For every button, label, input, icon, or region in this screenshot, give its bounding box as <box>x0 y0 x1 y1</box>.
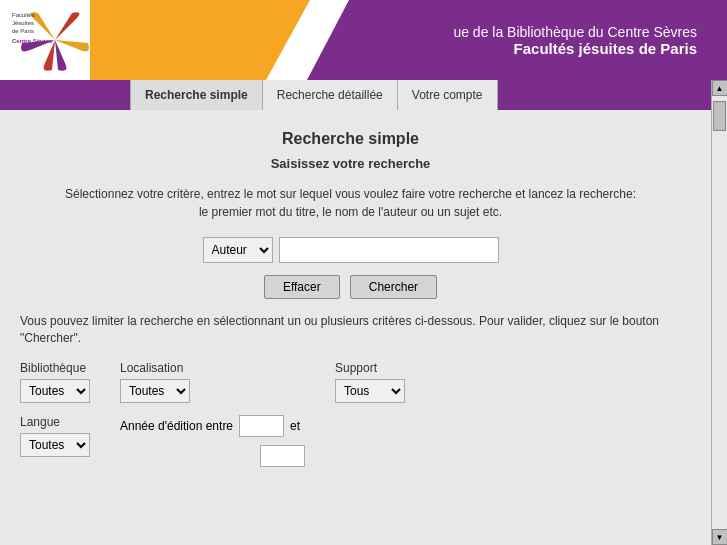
langue-select-wrapper: Toutes <box>20 433 90 457</box>
localisation-label: Localisation <box>120 361 305 375</box>
support-select[interactable]: Tous <box>335 379 405 403</box>
nav-recherche-simple[interactable]: Recherche simple <box>130 80 263 110</box>
search-criteria-select[interactable]: Auteur Titre Sujet ISBN Éditeur <box>203 237 273 263</box>
header-text: ue de la Bibliothèque du Centre Sèvres F… <box>453 24 727 57</box>
search-button[interactable]: Chercher <box>350 275 437 299</box>
header-line1: ue de la Bibliothèque du Centre Sèvres <box>453 24 697 40</box>
scrollbar-thumb[interactable] <box>713 101 726 131</box>
langue-select[interactable]: Toutes <box>20 433 90 457</box>
main-content: Recherche simple Recherche détaillée Vot… <box>0 80 711 545</box>
limit-text: Vous pouvez limiter la recherche en séle… <box>20 313 681 347</box>
content-area: Recherche simple Saisissez votre recherc… <box>0 110 711 545</box>
svg-text:de Paris: de Paris <box>12 28 34 34</box>
header: Facultés Jésuites de Paris Centre Sèvres… <box>0 0 727 80</box>
filter-langue: Langue Toutes <box>20 415 90 457</box>
page-wrapper: Recherche simple Recherche détaillée Vot… <box>0 80 727 545</box>
svg-text:Jésuites: Jésuites <box>12 20 34 26</box>
search-criteria-wrapper: Auteur Titre Sujet ISBN Éditeur <box>203 237 273 263</box>
localisation-select[interactable]: Toutes <box>120 379 190 403</box>
search-input[interactable] <box>279 237 499 263</box>
navbar: Recherche simple Recherche détaillée Vot… <box>0 80 711 110</box>
filter-localisation: Localisation Toutes <box>120 361 305 403</box>
search-row: Auteur Titre Sujet ISBN Éditeur <box>20 237 681 263</box>
langue-label: Langue <box>20 415 90 429</box>
bibliotheque-label: Bibliothèque <box>20 361 90 375</box>
filter-support: Support Tous <box>335 361 405 403</box>
page-title: Recherche simple <box>20 130 681 148</box>
annee-label: Année d'édition entre <box>120 419 233 433</box>
header-line2: Facultés jésuites de Paris <box>453 40 697 57</box>
bibliotheque-select[interactable]: Toutes <box>20 379 90 403</box>
scrollbar-thumb-area[interactable] <box>712 96 727 529</box>
svg-text:Centre Sèvres: Centre Sèvres <box>12 38 53 44</box>
orange-shape <box>90 0 310 80</box>
support-select-wrapper: Tous <box>335 379 405 403</box>
header-banner: ue de la Bibliothèque du Centre Sèvres F… <box>110 0 727 80</box>
year-to-input[interactable] <box>260 445 305 467</box>
scrollbar-up-button[interactable]: ▲ <box>712 80 728 96</box>
svg-text:Facultés: Facultés <box>12 12 35 18</box>
year-from-input[interactable] <box>239 415 284 437</box>
filters-row: Bibliothèque Toutes Langue Toutes <box>20 361 681 467</box>
page-subtitle: Saisissez votre recherche <box>20 156 681 171</box>
nav-votre-compte[interactable]: Votre compte <box>398 80 498 110</box>
year-filter: Année d'édition entre et <box>120 415 305 467</box>
support-label: Support <box>335 361 405 375</box>
filter-bibliotheque: Bibliothèque Toutes <box>20 361 90 403</box>
scrollbar-down-button[interactable]: ▼ <box>712 529 728 545</box>
bibliotheque-select-wrapper: Toutes <box>20 379 90 403</box>
localisation-select-wrapper: Toutes <box>120 379 305 403</box>
description-text: Sélectionnez votre critère, entrez le mo… <box>20 185 681 221</box>
annee-et: et <box>290 419 300 433</box>
year-inline: Année d'édition entre et <box>120 415 305 437</box>
clear-button[interactable]: Effacer <box>264 275 340 299</box>
button-row: Effacer Chercher <box>20 275 681 299</box>
scrollbar[interactable]: ▲ ▼ <box>711 80 727 545</box>
nav-recherche-detaillee[interactable]: Recherche détaillée <box>263 80 398 110</box>
